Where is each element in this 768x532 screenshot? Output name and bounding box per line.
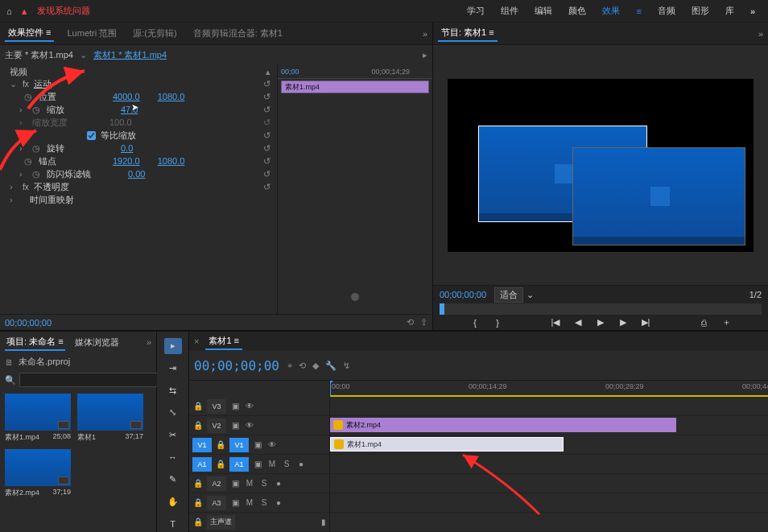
program-viewport[interactable] (433, 45, 768, 285)
toggle-output-icon[interactable]: ▣ (229, 479, 241, 488)
lock-icon[interactable]: 🔒 (192, 421, 204, 430)
lock-icon[interactable]: 🔒 (192, 402, 204, 410)
wrench-icon[interactable]: ↯ (343, 361, 350, 371)
lock-icon[interactable]: 🔒 (215, 440, 226, 449)
menu-effects[interactable]: 效果 (602, 5, 620, 17)
mute-button[interactable]: M (266, 460, 278, 468)
stopwatch-icon[interactable]: ◷ (32, 105, 42, 115)
panel-menu-icon[interactable]: » (758, 29, 763, 39)
meter-icon[interactable]: ▮ (318, 518, 329, 526)
reset-icon[interactable]: ↺ (263, 79, 270, 89)
lock-icon[interactable]: 🔒 (215, 460, 226, 468)
toggle-output-icon[interactable]: ▣ (229, 421, 241, 430)
stopwatch-icon[interactable]: ◷ (24, 156, 34, 167)
track-v2[interactable]: 🔒V2▣👁 (189, 416, 329, 435)
ec-scrollbar[interactable] (278, 291, 432, 303)
ec-sequence-clip[interactable]: 素材1 * 素材1.mp4 (93, 49, 167, 61)
toggle-output-icon[interactable]: ▣ (229, 402, 241, 410)
step-forward-button[interactable]: ▶ (617, 317, 629, 328)
project-item[interactable]: 素材2.mp437;19 (5, 449, 71, 498)
lane-a3[interactable] (330, 493, 768, 513)
position-y[interactable]: 1080.0 (158, 92, 185, 101)
type-tool[interactable]: T (164, 516, 182, 532)
reset-icon[interactable]: ↺ (263, 156, 270, 167)
track-v3[interactable]: 🔒V3▣👁 (189, 397, 329, 416)
timeline-lanes[interactable]: 00;00 00;00;14;29 00;00;29;29 00;00;44;2… (330, 381, 768, 532)
scale-value[interactable]: 47.0 (121, 105, 138, 114)
anchor-y[interactable]: 1080.0 (158, 156, 185, 166)
program-timecode[interactable]: 00;00;00;00 (440, 290, 486, 299)
go-to-in-button[interactable]: |◀ (550, 317, 561, 328)
play-button[interactable]: ▶ (595, 317, 606, 328)
razor-tool[interactable]: ✂ (164, 427, 182, 443)
stopwatch-icon[interactable]: ◷ (32, 169, 42, 179)
timeline-playhead[interactable] (330, 381, 331, 396)
tab-project[interactable]: 项目: 未命名 ≡ (5, 334, 65, 351)
rotation-value[interactable]: 0.0 (121, 143, 133, 153)
export-frame-button[interactable]: ⎙ (698, 318, 709, 328)
lock-icon[interactable]: 🔒 (192, 518, 204, 526)
fit-dropdown[interactable]: 适合 (494, 287, 523, 303)
solo-button[interactable]: S (258, 498, 270, 507)
project-item[interactable]: 素材137;17 (77, 394, 143, 443)
toggle-output-icon[interactable]: ▣ (252, 440, 263, 449)
tab-effect-controls[interactable]: 效果控件 ≡ (5, 25, 54, 42)
tab-media-browser[interactable]: 媒体浏览器 (73, 335, 121, 350)
ripple-edit-tool[interactable]: ⇆ (164, 382, 182, 398)
twirl-icon[interactable]: › (19, 105, 27, 114)
tab-lumetri[interactable]: Lumetri 范围 (64, 26, 120, 41)
solo-button[interactable]: S (258, 479, 270, 488)
ec-clip-bar[interactable]: 素材1.mp4 (281, 80, 429, 93)
settings-icon[interactable]: 🔧 (325, 361, 337, 371)
reset-icon[interactable]: ↺ (263, 182, 270, 192)
timeline-ruler[interactable]: 00;00 00;00;14;29 00;00;29;29 00;00;44;2… (330, 381, 768, 397)
track-select-tool[interactable]: ⇥ (164, 361, 182, 377)
tab-audio-mixer[interactable]: 音频剪辑混合器: 素材1 (190, 26, 286, 41)
panel-menu-icon[interactable]: » (423, 29, 427, 39)
lane-v2[interactable]: 素材2.mp4 (330, 416, 768, 435)
reset-icon[interactable]: ↺ (263, 105, 270, 115)
lane-v1[interactable]: 素材1.mp4 (330, 435, 768, 455)
group-timeremap[interactable]: 时间重映射 (30, 194, 74, 206)
lane-master[interactable] (330, 513, 768, 532)
menu-assembly[interactable]: 组件 (501, 5, 518, 17)
twirl-icon[interactable]: › (19, 169, 27, 179)
flicker-value[interactable]: 0.00 (128, 169, 145, 179)
clip-v2[interactable]: 素材2.mp4 (330, 418, 676, 432)
home-icon[interactable]: ⌂ (6, 6, 12, 16)
menu-libraries[interactable]: 库 (725, 5, 734, 17)
mute-button[interactable]: M (244, 479, 255, 488)
reset-icon[interactable]: ↺ (263, 92, 270, 102)
step-back-button[interactable]: ◀ (572, 317, 584, 328)
chevron-down-icon[interactable]: ⌄ (526, 290, 534, 300)
mark-out-button[interactable]: } (492, 318, 503, 328)
ec-export-icon[interactable]: ⇪ (420, 317, 427, 328)
rolling-edit-tool[interactable]: ⤡ (164, 405, 182, 421)
rec-button[interactable]: ● (273, 498, 284, 507)
lock-icon[interactable]: 🔒 (192, 498, 204, 507)
program-scrubber[interactable] (440, 303, 762, 315)
menu-graphics[interactable]: 图形 (692, 5, 709, 17)
hand-tool[interactable]: ✋ (164, 494, 182, 510)
selection-tool[interactable]: ▸ (164, 338, 182, 354)
ec-mini-timeline[interactable]: 00;00 00;00;14;29 素材1.mp4 (278, 64, 432, 314)
toggle-output-icon[interactable]: ▣ (229, 498, 241, 507)
position-x[interactable]: 4000.0 (113, 92, 140, 101)
reset-icon[interactable]: ↺ (263, 143, 270, 154)
rec-button[interactable]: ● (273, 479, 284, 488)
eye-icon[interactable]: 👁 (244, 402, 255, 410)
menu-learn[interactable]: 学习 (467, 5, 485, 17)
track-a2[interactable]: 🔒A2▣MS● (189, 474, 329, 493)
marker-icon[interactable]: ◆ (312, 361, 319, 371)
lane-a2[interactable] (330, 474, 768, 493)
track-a1[interactable]: A1🔒A1▣MS● (189, 455, 329, 474)
reset-icon[interactable]: ↺ (263, 130, 270, 141)
tab-source[interactable]: 源:(无剪辑) (130, 26, 180, 41)
reset-icon[interactable]: ↺ (263, 169, 270, 179)
go-to-out-button[interactable]: ▶| (640, 317, 651, 328)
slip-tool[interactable]: ↔ (164, 449, 182, 465)
lane-a1[interactable] (330, 455, 768, 474)
button-editor[interactable]: ＋ (721, 316, 732, 328)
mute-button[interactable]: M (244, 498, 255, 507)
close-seq-icon[interactable]: × (194, 336, 199, 346)
